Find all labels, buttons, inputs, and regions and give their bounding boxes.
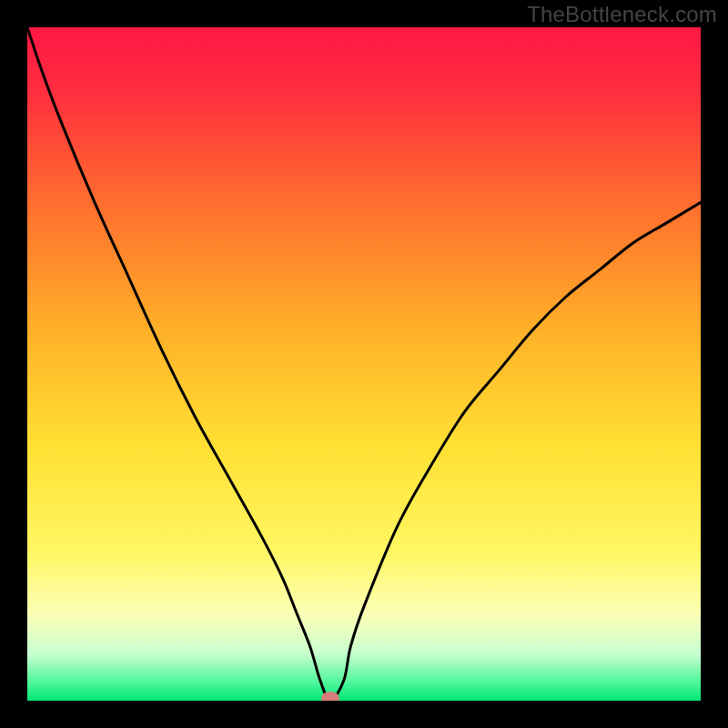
chart-frame: TheBottleneck.com [0, 0, 728, 728]
plot-background [27, 27, 701, 701]
gradient-curve-plot [27, 27, 701, 701]
plot-area [27, 27, 701, 701]
watermark-text: TheBottleneck.com [527, 2, 717, 27]
